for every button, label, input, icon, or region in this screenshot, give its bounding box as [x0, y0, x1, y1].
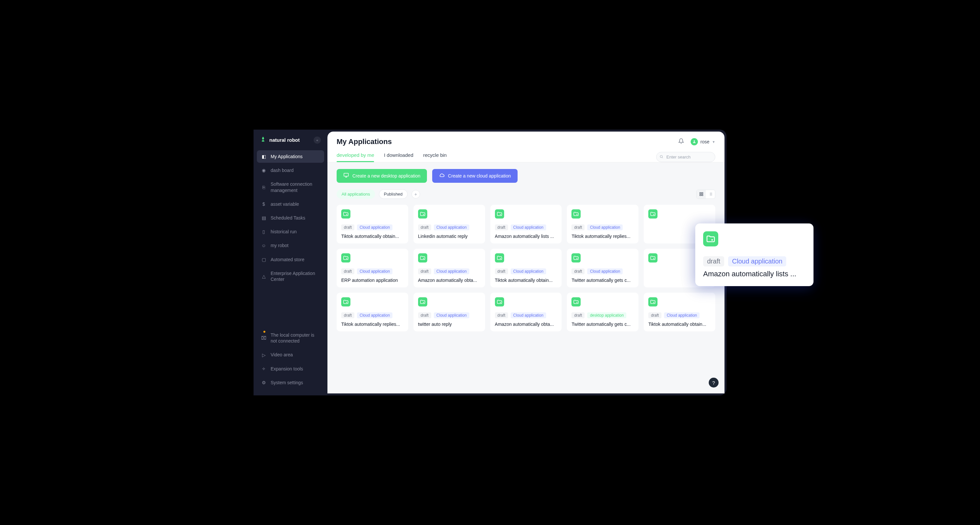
app-card[interactable]: draft desktop application Twitter automa… [567, 293, 638, 331]
card-tags: draft Cloud application [571, 268, 634, 274]
filter-row: All applicationsPublished + [337, 189, 715, 199]
add-filter-button[interactable]: + [412, 190, 420, 198]
status-tag: draft [571, 312, 585, 318]
folder-icon [341, 297, 350, 306]
cube-icon: ◧ [261, 154, 267, 159]
collapse-sidebar-button[interactable]: « [313, 136, 321, 144]
popup-title: Amazon automatically lists ... [703, 270, 806, 278]
type-tag: Cloud application [511, 268, 546, 274]
sidebar-item-historical-run[interactable]: ▯historical run [257, 225, 324, 238]
filter-all-applications[interactable]: All applications [337, 189, 375, 199]
sidebar-item-label: my robot [270, 243, 288, 248]
sidebar-item-software-connection-management[interactable]: ⎘Software connection management [257, 178, 324, 196]
app-card[interactable]: draft Cloud application Tiktok automatic… [567, 205, 638, 243]
type-tag: Cloud application [434, 312, 469, 318]
sidebar-bottom-video-area[interactable]: ▷Video area [257, 349, 324, 361]
doc-icon: ▯ [261, 229, 267, 234]
card-tags: draft desktop application [571, 312, 634, 318]
sidebar-bottom-system-settings[interactable]: ⚙System settings [257, 376, 324, 389]
sidebar-item-dash-board[interactable]: ◉dash board [257, 164, 324, 176]
dollar-icon: $ [261, 201, 267, 207]
sidebar-item-label: historical run [270, 229, 297, 235]
card-tags: draft Cloud application [495, 224, 557, 230]
sidebar-item-my-applications[interactable]: ◧My Applications [257, 150, 324, 163]
popup-status-tag: draft [703, 256, 724, 266]
user-menu[interactable]: rose ▼ [690, 138, 715, 145]
app-card[interactable]: draft Cloud application twitter auto rep… [414, 293, 485, 331]
app-card[interactable]: draft Cloud application Tiktok automatic… [490, 249, 562, 287]
main-panel: My Applications rose ▼ developed by meI … [328, 132, 724, 393]
app-card[interactable]: draft Cloud application Linkedin automat… [414, 205, 485, 243]
app-card[interactable]: draft Cloud application Tiktok automatic… [337, 205, 408, 243]
create-desktop-app-button[interactable]: Create a new desktop application [337, 169, 427, 183]
sidebar-item-scheduled-tasks[interactable]: ▤Scheduled Tasks [257, 212, 324, 224]
search-input[interactable] [656, 152, 715, 162]
app-card[interactable]: draft Cloud application Amazon automatic… [414, 249, 485, 287]
type-tag: Cloud application [587, 268, 623, 274]
alert-badge-icon [263, 330, 266, 333]
type-tag: desktop application [587, 312, 626, 318]
type-tag: Cloud application [511, 224, 546, 230]
logo-icon [260, 136, 266, 144]
sidebar-item-label: dash board [270, 167, 294, 173]
list-view-button[interactable] [706, 190, 715, 198]
card-title: Tiktok automatically obtain... [495, 278, 557, 283]
header: My Applications rose ▼ [328, 132, 724, 146]
app-card[interactable]: draft Cloud application Amazon automatic… [490, 205, 562, 243]
tabs: developed by meI downloadedrecycle bin [337, 152, 447, 162]
folder-icon [418, 297, 427, 306]
robot-icon: ☺ [261, 243, 267, 248]
tab-i-downloaded[interactable]: I downloaded [384, 152, 413, 162]
status-tag: draft [341, 224, 354, 230]
grid-view-button[interactable] [697, 190, 706, 198]
pc-icon: ⌧ [261, 335, 267, 341]
help-button[interactable]: ? [709, 377, 719, 387]
sidebar-item-enterprise-application-center[interactable]: △Enterprise Application Center [257, 267, 324, 285]
status-tag: draft [418, 268, 431, 274]
svg-point-1 [660, 155, 662, 157]
avatar-icon [690, 138, 698, 145]
tab-recycle-bin[interactable]: recycle bin [423, 152, 447, 162]
popup-type-tag: Cloud application [728, 256, 786, 266]
sidebar-bottom-label: Expansion tools [270, 366, 303, 372]
create-cloud-app-button[interactable]: Create a new cloud application [432, 169, 517, 183]
search-wrap [656, 152, 715, 162]
puzzle-icon: ✧ [261, 366, 267, 371]
sidebar-bottom-expansion-tools[interactable]: ✧Expansion tools [257, 363, 324, 375]
card-tags: draft Cloud application [418, 268, 480, 274]
status-tag: draft [495, 268, 508, 274]
folder-icon [495, 297, 504, 306]
sidebar-item-my-robot[interactable]: ☺my robot [257, 239, 324, 252]
svg-rect-2 [344, 173, 348, 176]
app-card[interactable]: draft Cloud application Tiktok automatic… [337, 293, 408, 331]
card-tags: draft Cloud application [571, 224, 634, 230]
card-title: Tiktok automatically replies... [341, 322, 404, 327]
status-tag: draft [495, 312, 508, 318]
card-title: twitter auto reply [418, 322, 480, 327]
filter-published[interactable]: Published [379, 189, 407, 199]
app-preview-popup: draft Cloud application Amazon automatic… [695, 224, 813, 286]
tab-developed-by-me[interactable]: developed by me [337, 152, 374, 162]
sidebar-item-label: asset variable [270, 201, 299, 207]
status-tag: draft [495, 224, 508, 230]
sidebar-item-label: Automated store [270, 257, 304, 262]
sidebar-item-automated-store[interactable]: ▢Automated store [257, 253, 324, 266]
folder-icon [418, 253, 427, 262]
app-card[interactable]: draft Cloud application Amazon automatic… [490, 293, 562, 331]
app-card[interactable]: draft Cloud application ERP automation a… [337, 249, 408, 287]
card-title: Twitter automatically gets c... [571, 322, 634, 327]
type-tag: Cloud application [357, 268, 393, 274]
app-card[interactable]: draft Cloud application Tiktok automatic… [644, 293, 715, 331]
notifications-icon[interactable] [678, 138, 684, 146]
search-icon [659, 155, 663, 159]
sidebar-item-asset-variable[interactable]: $asset variable [257, 198, 324, 210]
sidebar-bottom: ⌧The local computer is not connected▷Vid… [253, 329, 328, 389]
folder-icon [648, 297, 657, 306]
app-card[interactable]: draft Cloud application Twitter automati… [567, 249, 638, 287]
type-tag: Cloud application [664, 312, 700, 318]
brand-name: natural robot [269, 137, 300, 143]
sidebar-bottom-the-local-computer-i[interactable]: ⌧The local computer is not connected [257, 329, 324, 347]
card-tags: draft Cloud application [341, 312, 404, 318]
folder-icon [341, 209, 350, 219]
svg-rect-3 [700, 193, 701, 194]
